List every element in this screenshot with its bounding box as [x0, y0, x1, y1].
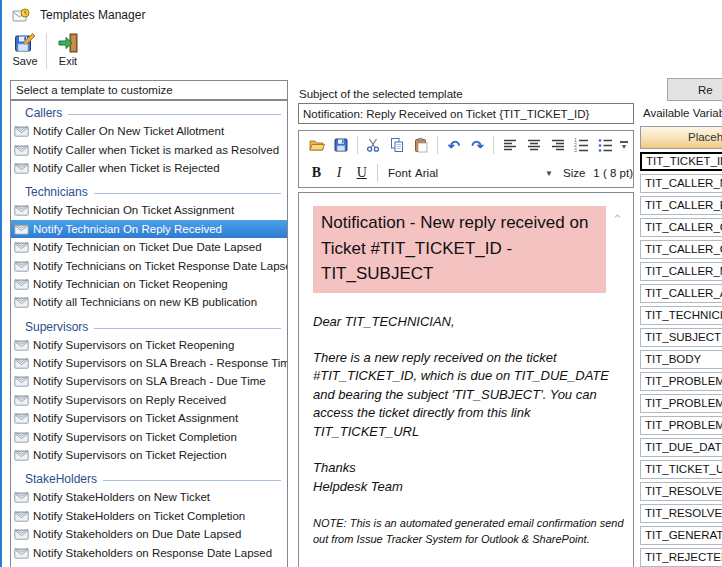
- variable-row[interactable]: TIT_CALLER_AD: [640, 284, 722, 304]
- envelope-icon: [14, 528, 29, 540]
- variable-row[interactable]: TIT_REJECTED: [640, 548, 722, 567]
- bullet-list-icon: [597, 137, 613, 153]
- template-list-item[interactable]: Notify StakeHolders on Ticket Completion: [11, 507, 287, 525]
- template-list-item[interactable]: Notify Technician on Ticket Due Date Lap…: [11, 238, 287, 256]
- align-left-button[interactable]: [498, 134, 522, 156]
- envelope-icon: [14, 278, 29, 290]
- variable-row[interactable]: TIT_PROBLEM_T: [640, 394, 722, 414]
- template-item-label: Notify Technicians on Ticket Response Da…: [33, 260, 288, 272]
- template-item-label: Notify Technician On Reply Received: [33, 223, 222, 235]
- template-list-item[interactable]: Notify Supervisors on SLA Breach - Due T…: [11, 372, 287, 390]
- template-item-label: Notify Stakeholders on Due Date Lapsed: [33, 528, 241, 540]
- template-list-item[interactable]: Notify StakeHolders on New Ticket: [11, 488, 287, 506]
- envelope-icon: [14, 431, 29, 443]
- envelope-icon: [14, 144, 29, 156]
- envelope-icon: [14, 241, 29, 253]
- toolbar-overflow-button[interactable]: ▼: [617, 137, 631, 153]
- italic-button[interactable]: I: [328, 162, 351, 184]
- paste-clipboard-icon: [413, 137, 429, 153]
- envelope-icon: [14, 339, 29, 351]
- template-body-editor[interactable]: ⌃ Notification - New reply received on T…: [298, 192, 634, 567]
- template-list-item[interactable]: Notify Technician on Ticket Reopening: [11, 275, 287, 293]
- variable-row[interactable]: TIT_TICKET_URL: [640, 460, 722, 480]
- bold-button[interactable]: B: [305, 162, 328, 184]
- template-list-item[interactable]: Notify Supervisors on SLA Breach - Respo…: [11, 354, 287, 372]
- save-floppy-icon: [333, 137, 349, 153]
- redo-button[interactable]: ↷: [466, 134, 490, 156]
- variable-row[interactable]: TIT_GENERATED: [640, 526, 722, 546]
- variable-row[interactable]: TIT_BODY: [640, 350, 722, 370]
- align-right-button[interactable]: [546, 134, 570, 156]
- align-center-icon: [526, 137, 542, 153]
- exit-button[interactable]: Exit: [51, 30, 85, 72]
- template-list-item[interactable]: Notify Caller On New Ticket Allotment: [11, 122, 287, 140]
- paste-button[interactable]: [409, 134, 433, 156]
- template-heading: Notification - New reply received on Tic…: [313, 206, 606, 293]
- variable-row[interactable]: TIT_CALLER_EMA: [640, 196, 722, 216]
- variable-row[interactable]: TIT_CALLER_NA: [640, 174, 722, 194]
- template-list-item[interactable]: Notify Caller when Ticket is marked as R…: [11, 140, 287, 158]
- align-center-button[interactable]: [522, 134, 546, 156]
- variable-row[interactable]: TIT_TICKET_ID: [640, 152, 722, 172]
- template-item-label: Notify Stakeholders on Response Date Lap…: [33, 547, 272, 559]
- bullet-list-button[interactable]: [593, 134, 617, 156]
- template-item-label: Notify Supervisors on Reply Received: [33, 394, 226, 406]
- template-list-item[interactable]: Notify Technicians on Ticket Response Da…: [11, 256, 287, 274]
- font-family-select[interactable]: Arial ▼: [415, 167, 557, 179]
- align-right-icon: [550, 137, 566, 153]
- template-list-item[interactable]: Notify Supervisors on Ticket Rejection: [11, 446, 287, 464]
- variable-row[interactable]: TIT_CALLER_CO: [640, 240, 722, 260]
- template-list-item[interactable]: Notify Technician On Reply Received: [11, 220, 287, 238]
- underline-button[interactable]: U: [350, 162, 373, 184]
- variable-row[interactable]: TIT_DUE_DATE: [640, 438, 722, 458]
- cut-button[interactable]: [362, 134, 386, 156]
- template-item-label: Notify Caller when Ticket is Rejected: [33, 162, 220, 174]
- group-label: Technicians: [25, 185, 88, 199]
- cut-scissors-icon: [365, 137, 381, 153]
- envelope-icon: [14, 449, 29, 461]
- envelope-icon: [14, 375, 29, 387]
- copy-button[interactable]: [385, 134, 409, 156]
- open-button[interactable]: [305, 134, 329, 156]
- template-list-item[interactable]: Notify Technician On Ticket Assignment: [11, 201, 287, 219]
- template-list-item[interactable]: Notify Stakeholders on Due Date Lapsed: [11, 525, 287, 543]
- template-list-item[interactable]: Notify Caller when Ticket is Rejected: [11, 159, 287, 177]
- template-list-item[interactable]: Notify Supervisors on Ticket Reopening: [11, 336, 287, 354]
- variable-row[interactable]: TIT_CALLER_CO: [640, 218, 722, 238]
- reset-button[interactable]: Re: [667, 78, 722, 101]
- subject-input[interactable]: [298, 103, 634, 124]
- variable-row[interactable]: TIT_PROBLEM_C: [640, 372, 722, 392]
- undo-button[interactable]: ↶: [442, 134, 466, 156]
- variables-rows: TIT_TICKET_IDTIT_CALLER_NATIT_CALLER_EMA…: [640, 152, 722, 567]
- group-label: Callers: [25, 106, 62, 120]
- note-text: NOTE: This is an automated generated ema…: [313, 516, 625, 547]
- exit-button-label: Exit: [59, 55, 77, 67]
- group-label: StakeHolders: [25, 472, 97, 486]
- group-rule: [94, 328, 281, 329]
- chevron-down-icon: ▼: [545, 169, 553, 178]
- numbered-list-button[interactable]: 1 2 3: [570, 134, 594, 156]
- scroll-up-icon[interactable]: ⌃: [612, 213, 623, 226]
- variable-row[interactable]: TIT_SUBJECT: [640, 328, 722, 348]
- template-list-item[interactable]: Notify Supervisors on Reply Received: [11, 391, 287, 409]
- variable-row[interactable]: TIT_PROBLEM_S: [640, 416, 722, 436]
- numbered-list-icon: 1 2 3: [573, 137, 589, 153]
- template-item-label: Notify StakeHolders on Ticket Completion: [33, 510, 245, 522]
- save-button[interactable]: Save: [8, 30, 42, 72]
- salutation-text: Dear TIT_TECHNICIAN,: [313, 313, 625, 331]
- variable-row[interactable]: TIT_RESOLVED_: [640, 504, 722, 524]
- envelope-icon: [14, 412, 29, 424]
- group-rule: [68, 114, 281, 115]
- template-list-item[interactable]: Notify Supervisors on Ticket Completion: [11, 427, 287, 445]
- variable-row[interactable]: TIT_CALLER_MO: [640, 262, 722, 282]
- font-size-select[interactable]: 1 ( 8 pt): [593, 167, 633, 179]
- template-list-item[interactable]: Notify Supervisors on Ticket Assignment: [11, 409, 287, 427]
- signoff-line-2: Helpdesk Team: [313, 478, 625, 496]
- save-document-button[interactable]: [329, 134, 353, 156]
- variable-row[interactable]: TIT_TECHNICIAN: [640, 306, 722, 326]
- template-list-header: Select a template to customize: [10, 80, 288, 100]
- template-item-label: Notify Supervisors on Ticket Completion: [33, 431, 237, 443]
- template-list-item[interactable]: Notify Stakeholders on Response Date Lap…: [11, 543, 287, 561]
- variable-row[interactable]: TIT_RESOLVED: [640, 482, 722, 502]
- template-list-item[interactable]: Notify all Technicians on new KB publica…: [11, 293, 287, 311]
